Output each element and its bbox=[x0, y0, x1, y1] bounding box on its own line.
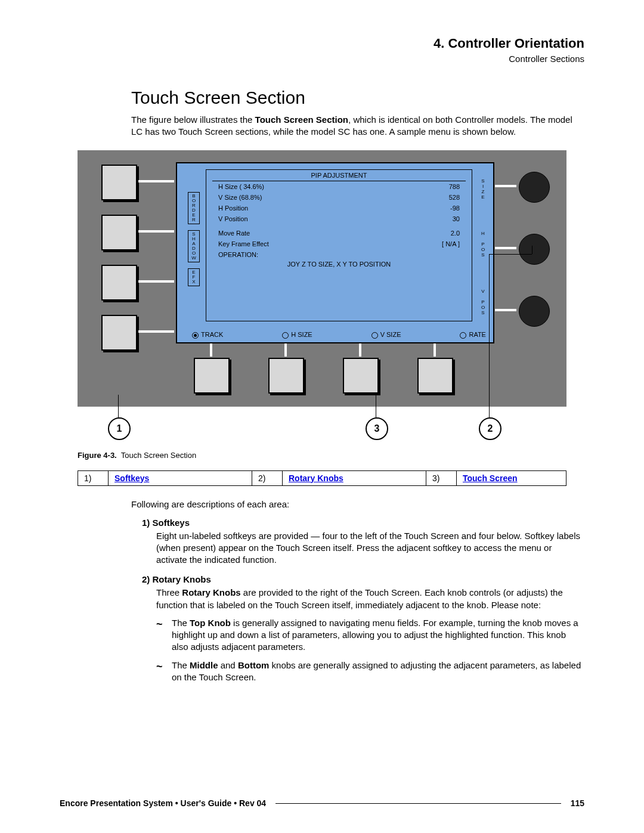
leader-line bbox=[359, 343, 361, 357]
ts-value: -98 bbox=[450, 205, 460, 212]
ts-left-labels: BORDER SHADOW EFX bbox=[188, 192, 200, 292]
ts-bottom-vsize: V SIZE bbox=[371, 331, 401, 339]
legend-table: 1) Softkeys 2) Rotary Knobs 3) Touch Scr… bbox=[78, 470, 566, 486]
ts-bottom-label: V SIZE bbox=[380, 331, 401, 338]
ts-value: 30 bbox=[453, 215, 460, 222]
text-bold: Top Knob bbox=[190, 618, 231, 628]
text: Three bbox=[156, 587, 182, 597]
ts-right-size: SIZE bbox=[478, 178, 488, 200]
following-line: Following are descriptions of each area: bbox=[131, 499, 584, 509]
leader-line bbox=[284, 343, 287, 357]
softkey-left-1[interactable] bbox=[101, 165, 137, 200]
ts-bottom-row: TRACK H SIZE V SIZE RATE bbox=[192, 331, 486, 339]
softkey-left-2[interactable] bbox=[101, 215, 137, 250]
ts-value: 528 bbox=[449, 194, 460, 201]
section-heading: Touch Screen Section bbox=[131, 88, 584, 108]
tilde-bullet-icon: ~ bbox=[156, 617, 172, 654]
ts-right-labels: SIZE HPOS VPOS bbox=[478, 178, 488, 315]
figure-caption: Figure 4-3. Touch Screen Section bbox=[78, 451, 584, 460]
footer-page-number: 115 bbox=[571, 798, 584, 808]
ts-row: Key Frame Effect[ N/A ] bbox=[206, 239, 472, 249]
rotary-knob-bottom[interactable] bbox=[519, 296, 550, 327]
ts-label: H Position bbox=[218, 205, 248, 212]
legend-cell: Touch Screen bbox=[457, 470, 566, 485]
ts-op-hint: JOY Z TO SIZE, X Y TO POSITION bbox=[206, 260, 472, 268]
table-row: 1) Softkeys 2) Rotary Knobs 3) Touch Scr… bbox=[78, 470, 566, 485]
body-content: Following are descriptions of each area:… bbox=[131, 499, 584, 684]
softkey-bottom-2[interactable] bbox=[268, 358, 304, 394]
rotary-knob-middle[interactable] bbox=[519, 234, 550, 265]
rotary-knob-top[interactable] bbox=[519, 172, 550, 203]
tilde-bullet-icon: ~ bbox=[156, 659, 172, 684]
section-crumb: Controller Sections bbox=[60, 54, 584, 64]
softkey-bottom-3[interactable] bbox=[343, 358, 379, 394]
legend-link-softkeys[interactable]: Softkeys bbox=[114, 473, 149, 483]
ts-bottom-hsize: H SIZE bbox=[282, 331, 312, 339]
ts-bottom-track: TRACK bbox=[192, 331, 223, 339]
page-footer: Encore Presentation System • User's Guid… bbox=[60, 798, 584, 808]
softkey-bottom-1[interactable] bbox=[194, 358, 230, 394]
ts-value: [ N/A ] bbox=[442, 240, 460, 247]
ts-left-efx: EFX bbox=[188, 268, 200, 286]
leader-line bbox=[434, 343, 436, 357]
ts-row: H Position-98 bbox=[206, 203, 472, 213]
ts-label: V Position bbox=[218, 215, 248, 222]
ts-inner: PIP ADJUSTMENT H Size ( 34.6%)788 V Size… bbox=[206, 169, 472, 321]
ts-left-border: BORDER bbox=[188, 192, 200, 224]
sub-item-2: ~ The Middle and Bottom knobs are genera… bbox=[156, 659, 584, 684]
sub-item-2-text: The Middle and Bottom knobs are generall… bbox=[172, 659, 584, 684]
sub-item-1-text: The Top Knob is generally assigned to na… bbox=[172, 617, 584, 654]
chapter-title: 4. Controller Orientation bbox=[60, 36, 584, 51]
leader-line bbox=[138, 330, 174, 333]
text: is generally assigned to navigating menu… bbox=[172, 618, 578, 652]
item-1-body: Eight un-labeled softkeys are provided —… bbox=[156, 530, 584, 566]
item-2-body: Three Rotary Knobs are provided to the r… bbox=[156, 587, 584, 611]
ts-label: Move Rate bbox=[218, 230, 250, 237]
ts-left-shadow: SHADOW bbox=[188, 230, 200, 262]
item-2-heading: 2) Rotary Knobs bbox=[142, 574, 584, 584]
sub-item-1: ~ The Top Knob is generally assigned to … bbox=[156, 617, 584, 654]
footer-title: Encore Presentation System • User's Guid… bbox=[60, 798, 266, 808]
page-header: 4. Controller Orientation Controller Sec… bbox=[60, 36, 584, 64]
touch-screen[interactable]: BORDER SHADOW EFX SIZE HPOS VPOS PIP ADJ… bbox=[176, 162, 494, 343]
intro-bold: Touch Screen Section bbox=[255, 114, 348, 125]
leader-line bbox=[138, 180, 174, 182]
ts-value: 2.0 bbox=[451, 230, 460, 237]
callout-1: 1 bbox=[108, 417, 131, 440]
ts-label: V Size (68.8%) bbox=[218, 194, 262, 201]
softkey-left-3[interactable] bbox=[101, 265, 137, 301]
ts-row: OPERATION: bbox=[206, 249, 472, 260]
leader-line bbox=[495, 185, 516, 187]
intro-paragraph: The figure below illustrates the Touch S… bbox=[131, 114, 584, 138]
ts-value: 788 bbox=[449, 183, 460, 190]
text: and bbox=[218, 660, 238, 670]
ts-bottom-label: TRACK bbox=[201, 331, 223, 338]
legend-num: 1) bbox=[78, 470, 109, 485]
radio-empty-icon bbox=[282, 332, 289, 339]
ts-label: Key Frame Effect bbox=[218, 240, 269, 247]
callout-leader bbox=[376, 395, 376, 417]
leader-line bbox=[210, 343, 212, 357]
callout-leader bbox=[118, 395, 119, 417]
legend-link-touch-screen[interactable]: Touch Screen bbox=[463, 473, 518, 483]
ts-bottom-rate: RATE bbox=[460, 331, 486, 339]
radio-empty-icon bbox=[371, 332, 378, 339]
footer-rule bbox=[275, 803, 561, 804]
radio-empty-icon bbox=[460, 332, 466, 339]
figure-label: Figure 4-3. bbox=[78, 451, 117, 460]
callout-leader bbox=[489, 254, 490, 417]
callout-leader bbox=[489, 254, 532, 255]
softkey-bottom-4[interactable] bbox=[417, 358, 453, 394]
legend-num: 2) bbox=[252, 470, 283, 485]
legend-link-rotary-knobs[interactable]: Rotary Knobs bbox=[289, 473, 343, 483]
ts-title: PIP ADJUSTMENT bbox=[206, 170, 472, 181]
figure-container: BORDER SHADOW EFX SIZE HPOS VPOS PIP ADJ… bbox=[78, 150, 566, 407]
ts-row: H Size ( 34.6%)788 bbox=[206, 181, 472, 192]
ts-row: Move Rate2.0 bbox=[206, 228, 472, 239]
ts-row: V Size (68.8%)528 bbox=[206, 192, 472, 203]
callout-2: 2 bbox=[479, 417, 501, 440]
ts-label: H Size ( 34.6%) bbox=[218, 183, 264, 190]
softkey-left-4[interactable] bbox=[101, 315, 137, 351]
ts-label: OPERATION: bbox=[218, 251, 258, 258]
intro-text-1: The figure below illustrates the bbox=[131, 114, 255, 125]
